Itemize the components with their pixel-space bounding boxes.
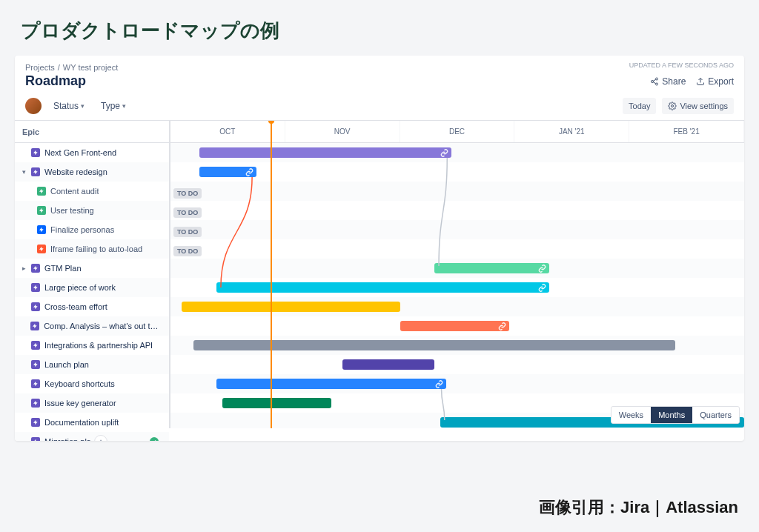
timeline-bar[interactable] xyxy=(182,302,400,312)
epic-row[interactable]: ▸GTM Plan xyxy=(15,259,169,278)
epic-row[interactable]: Large piece of work xyxy=(15,278,169,297)
epic-row[interactable]: Comp. Analysis – what's out there? xyxy=(15,316,169,336)
roadmap-title: Roadmap xyxy=(25,73,86,89)
epic-row[interactable]: Integrations & partnership API xyxy=(15,336,169,355)
status-badge: TO DO xyxy=(173,246,202,256)
epic-label: Finalize personas xyxy=(50,225,114,234)
timeline-row: TO DO xyxy=(170,239,744,259)
svg-point-2 xyxy=(656,83,658,85)
epic-label: Next Gen Front-end xyxy=(44,148,116,157)
epic-type-icon xyxy=(31,148,40,157)
epic-type-icon xyxy=(37,245,46,253)
status-badge: TO DO xyxy=(173,227,202,237)
expand-toggle[interactable]: ▸ xyxy=(22,265,31,272)
timeline-row xyxy=(170,259,744,278)
epic-row[interactable]: ▾Website redesign xyxy=(15,162,169,182)
breadcrumb-projects[interactable]: Projects xyxy=(25,63,55,72)
epic-label: Integrations & partnership API xyxy=(44,341,153,350)
gear-icon xyxy=(668,102,677,110)
timeline-row: TO DO xyxy=(170,220,744,239)
zoom-quarters[interactable]: Quarters xyxy=(692,407,739,423)
timeline-bar[interactable] xyxy=(400,321,509,331)
page-title: プロダクトロードマップの例 xyxy=(0,0,759,56)
epic-child-row[interactable]: Iframe failing to auto-load xyxy=(15,239,169,259)
breadcrumb: Projects / WY test project xyxy=(25,63,734,72)
epic-child-row[interactable]: Content audit xyxy=(15,182,169,201)
epic-row[interactable]: Next Gen Front-end xyxy=(15,143,169,162)
epic-row[interactable]: Launch plan xyxy=(15,355,169,374)
month-header: JAN '21 xyxy=(514,121,629,142)
timeline-row xyxy=(170,143,744,162)
breadcrumb-project[interactable]: WY test project xyxy=(63,63,118,72)
chevron-down-icon: ▾ xyxy=(122,102,126,110)
epic-type-icon xyxy=(31,341,40,350)
filter-status[interactable]: Status ▾ xyxy=(49,98,89,114)
epic-label: Cross-team effort xyxy=(44,302,107,311)
epic-type-icon xyxy=(37,206,46,215)
epic-child-row[interactable]: User testing xyxy=(15,201,169,220)
timeline-bar[interactable] xyxy=(193,340,675,350)
zoom-weeks[interactable]: Weeks xyxy=(611,407,651,423)
timeline-row xyxy=(170,355,744,374)
epic-type-icon xyxy=(31,399,40,408)
epic-row[interactable]: Migration pla+✓ xyxy=(15,432,169,441)
epic-label: Content audit xyxy=(50,187,99,196)
attribution: 画像引用：Jira｜Atlassian xyxy=(539,496,738,519)
epic-label: GTM Plan xyxy=(44,264,82,273)
expand-toggle[interactable]: ▾ xyxy=(22,168,31,176)
timeline-bar[interactable] xyxy=(199,147,452,158)
timeline-row xyxy=(170,316,744,336)
epic-label: Website redesign xyxy=(44,167,107,176)
done-check-icon: ✓ xyxy=(150,437,159,441)
epic-type-icon xyxy=(31,302,40,311)
timeline-bar[interactable] xyxy=(222,398,331,408)
timeline-bar[interactable] xyxy=(216,379,446,389)
timeline-row: TO DO xyxy=(170,201,744,220)
timeline-row xyxy=(170,374,744,393)
filter-type[interactable]: Type ▾ xyxy=(96,98,130,114)
epic-row[interactable]: Documentation uplift xyxy=(15,413,169,432)
epic-type-icon xyxy=(31,264,40,273)
share-icon xyxy=(650,77,659,86)
epic-row[interactable]: Cross-team effort xyxy=(15,297,169,316)
epic-type-icon xyxy=(31,167,40,176)
month-header: NOV xyxy=(285,121,400,142)
roadmap-app: UPDATED A FEW SECONDS AGO Projects / WY … xyxy=(15,56,744,441)
add-button[interactable]: + xyxy=(94,435,107,441)
avatar[interactable] xyxy=(25,98,42,114)
epic-row[interactable]: Issue key generator xyxy=(15,393,169,413)
today-button[interactable]: Today xyxy=(623,98,656,114)
epic-type-icon xyxy=(30,322,39,330)
export-button[interactable]: Export xyxy=(696,76,734,87)
month-header: OCT xyxy=(170,121,285,142)
svg-line-3 xyxy=(654,82,656,83)
chevron-down-icon: ▾ xyxy=(81,102,84,110)
timeline-row xyxy=(170,297,744,316)
timeline-row xyxy=(170,278,744,297)
epic-type-icon xyxy=(31,360,40,369)
timeline-bar[interactable] xyxy=(434,263,549,273)
epic-type-icon xyxy=(31,437,40,441)
epic-type-icon xyxy=(31,283,40,292)
epic-label: Iframe failing to auto-load xyxy=(50,245,142,253)
month-header: FEB '21 xyxy=(629,121,744,142)
epic-type-icon xyxy=(37,225,46,234)
epic-label: Keyboard shortcuts xyxy=(44,379,115,388)
zoom-months[interactable]: Months xyxy=(651,407,692,423)
epic-child-row[interactable]: Finalize personas xyxy=(15,220,169,239)
month-header: DEC xyxy=(400,121,515,142)
svg-point-1 xyxy=(652,80,654,82)
timeline-bar[interactable] xyxy=(342,359,434,370)
view-settings-button[interactable]: View settings xyxy=(662,98,734,114)
timeline-row xyxy=(170,162,744,182)
epic-label: Large piece of work xyxy=(44,283,116,292)
epic-label: Migration pla xyxy=(44,437,91,441)
today-marker xyxy=(271,121,272,428)
epic-type-icon xyxy=(31,418,40,427)
epic-row[interactable]: Keyboard shortcuts xyxy=(15,374,169,393)
timeline-bar[interactable] xyxy=(199,167,256,177)
timeline-bar[interactable] xyxy=(216,282,549,293)
status-badge: TO DO xyxy=(173,188,202,199)
share-button[interactable]: Share xyxy=(650,76,686,87)
export-icon xyxy=(696,77,705,86)
